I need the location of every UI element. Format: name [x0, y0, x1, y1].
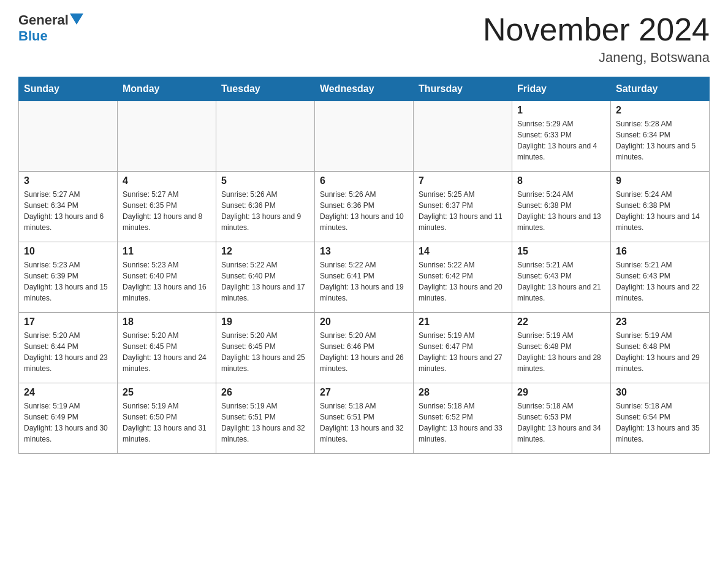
- day-number: 21: [419, 316, 507, 327]
- daylight-text: Daylight: 13 hours and 16 minutes.: [123, 282, 211, 304]
- day-info: Sunrise: 5:18 AMSunset: 6:52 PMDaylight:…: [419, 400, 507, 445]
- day-number: 30: [616, 387, 704, 398]
- sunset-text: Sunset: 6:37 PM: [419, 200, 507, 211]
- day-number: 1: [517, 105, 605, 116]
- sunset-text: Sunset: 6:40 PM: [123, 270, 211, 282]
- day-number: 20: [320, 316, 408, 327]
- table-row: 22Sunrise: 5:19 AMSunset: 6:48 PMDayligh…: [512, 313, 611, 383]
- sunset-text: Sunset: 6:45 PM: [221, 341, 309, 352]
- sunrise-text: Sunrise: 5:24 AM: [616, 189, 704, 200]
- calendar-subtitle: Janeng, Botswana: [483, 50, 710, 66]
- col-monday: Monday: [118, 77, 216, 101]
- day-number: 15: [517, 246, 605, 257]
- day-number: 16: [616, 246, 704, 257]
- sunrise-text: Sunrise: 5:20 AM: [221, 330, 309, 341]
- sunset-text: Sunset: 6:39 PM: [24, 270, 112, 282]
- day-info: Sunrise: 5:26 AMSunset: 6:36 PMDaylight:…: [221, 189, 309, 233]
- sunrise-text: Sunrise: 5:25 AM: [419, 189, 507, 200]
- sunset-text: Sunset: 6:48 PM: [616, 341, 704, 352]
- sunrise-text: Sunrise: 5:18 AM: [616, 400, 704, 412]
- daylight-text: Daylight: 13 hours and 35 minutes.: [616, 423, 704, 445]
- day-info: Sunrise: 5:18 AMSunset: 6:53 PMDaylight:…: [517, 400, 605, 445]
- day-info: Sunrise: 5:18 AMSunset: 6:54 PMDaylight:…: [616, 400, 704, 445]
- logo-blue-text: Blue: [18, 28, 48, 44]
- daylight-text: Daylight: 13 hours and 13 minutes.: [517, 211, 605, 233]
- day-info: Sunrise: 5:19 AMSunset: 6:51 PMDaylight:…: [221, 400, 309, 445]
- daylight-text: Daylight: 13 hours and 26 minutes.: [320, 352, 408, 374]
- calendar-body: 1Sunrise: 5:29 AMSunset: 6:33 PMDaylight…: [19, 101, 710, 454]
- sunrise-text: Sunrise: 5:23 AM: [123, 259, 211, 270]
- day-info: Sunrise: 5:29 AMSunset: 6:33 PMDaylight:…: [517, 118, 605, 163]
- sunset-text: Sunset: 6:41 PM: [320, 270, 408, 282]
- day-info: Sunrise: 5:19 AMSunset: 6:48 PMDaylight:…: [616, 330, 704, 374]
- day-info: Sunrise: 5:18 AMSunset: 6:51 PMDaylight:…: [320, 400, 408, 445]
- calendar-week-row: 3Sunrise: 5:27 AMSunset: 6:34 PMDaylight…: [19, 172, 710, 242]
- sunset-text: Sunset: 6:47 PM: [419, 341, 507, 352]
- sunset-text: Sunset: 6:44 PM: [24, 341, 112, 352]
- table-row: 29Sunrise: 5:18 AMSunset: 6:53 PMDayligh…: [512, 383, 611, 454]
- day-number: 10: [24, 246, 112, 257]
- sunset-text: Sunset: 6:49 PM: [24, 412, 112, 423]
- page-header: General Blue November 2024 Janeng, Botsw…: [18, 12, 710, 66]
- table-row: 8Sunrise: 5:24 AMSunset: 6:38 PMDaylight…: [512, 172, 611, 242]
- table-row: 27Sunrise: 5:18 AMSunset: 6:51 PMDayligh…: [315, 383, 414, 454]
- day-info: Sunrise: 5:24 AMSunset: 6:38 PMDaylight:…: [616, 189, 704, 233]
- calendar-week-row: 10Sunrise: 5:23 AMSunset: 6:39 PMDayligh…: [19, 242, 710, 313]
- day-info: Sunrise: 5:22 AMSunset: 6:40 PMDaylight:…: [221, 259, 309, 304]
- table-row: 5Sunrise: 5:26 AMSunset: 6:36 PMDaylight…: [216, 172, 315, 242]
- sunset-text: Sunset: 6:50 PM: [123, 412, 211, 423]
- sunrise-text: Sunrise: 5:23 AM: [24, 259, 112, 270]
- sunrise-text: Sunrise: 5:19 AM: [517, 330, 605, 341]
- sunrise-text: Sunrise: 5:21 AM: [517, 259, 605, 270]
- table-row: 20Sunrise: 5:20 AMSunset: 6:46 PMDayligh…: [315, 313, 414, 383]
- title-section: November 2024 Janeng, Botswana: [483, 12, 710, 66]
- table-row: 2Sunrise: 5:28 AMSunset: 6:34 PMDaylight…: [611, 101, 710, 172]
- day-info: Sunrise: 5:21 AMSunset: 6:43 PMDaylight:…: [517, 259, 605, 304]
- table-row: 10Sunrise: 5:23 AMSunset: 6:39 PMDayligh…: [19, 242, 118, 313]
- daylight-text: Daylight: 13 hours and 19 minutes.: [320, 282, 408, 304]
- day-info: Sunrise: 5:24 AMSunset: 6:38 PMDaylight:…: [517, 189, 605, 233]
- daylight-text: Daylight: 13 hours and 29 minutes.: [616, 352, 704, 374]
- col-friday: Friday: [512, 77, 611, 101]
- sunset-text: Sunset: 6:38 PM: [616, 200, 704, 211]
- day-number: 19: [221, 316, 309, 327]
- day-info: Sunrise: 5:19 AMSunset: 6:48 PMDaylight:…: [517, 330, 605, 374]
- day-number: 2: [616, 105, 704, 116]
- sunrise-text: Sunrise: 5:19 AM: [24, 400, 112, 412]
- table-row: 4Sunrise: 5:27 AMSunset: 6:35 PMDaylight…: [118, 172, 216, 242]
- sunset-text: Sunset: 6:36 PM: [221, 200, 309, 211]
- sunset-text: Sunset: 6:51 PM: [221, 412, 309, 423]
- sunset-text: Sunset: 6:54 PM: [616, 412, 704, 423]
- day-info: Sunrise: 5:20 AMSunset: 6:46 PMDaylight:…: [320, 330, 408, 374]
- daylight-text: Daylight: 13 hours and 10 minutes.: [320, 211, 408, 233]
- daylight-text: Daylight: 13 hours and 30 minutes.: [24, 423, 112, 445]
- day-number: 22: [517, 316, 605, 327]
- sunrise-text: Sunrise: 5:18 AM: [320, 400, 408, 412]
- table-row: [19, 101, 118, 172]
- table-row: 30Sunrise: 5:18 AMSunset: 6:54 PMDayligh…: [611, 383, 710, 454]
- day-info: Sunrise: 5:19 AMSunset: 6:47 PMDaylight:…: [419, 330, 507, 374]
- daylight-text: Daylight: 13 hours and 6 minutes.: [24, 211, 112, 233]
- table-row: 7Sunrise: 5:25 AMSunset: 6:37 PMDaylight…: [414, 172, 512, 242]
- logo: General Blue: [18, 12, 83, 44]
- day-number: 17: [24, 316, 112, 327]
- day-info: Sunrise: 5:25 AMSunset: 6:37 PMDaylight:…: [419, 189, 507, 233]
- sunset-text: Sunset: 6:42 PM: [419, 270, 507, 282]
- day-info: Sunrise: 5:19 AMSunset: 6:49 PMDaylight:…: [24, 400, 112, 445]
- sunrise-text: Sunrise: 5:20 AM: [24, 330, 112, 341]
- table-row: 26Sunrise: 5:19 AMSunset: 6:51 PMDayligh…: [216, 383, 315, 454]
- svg-marker-0: [70, 13, 83, 25]
- day-number: 29: [517, 387, 605, 398]
- sunrise-text: Sunrise: 5:18 AM: [419, 400, 507, 412]
- logo-triangle-icon: [70, 13, 83, 26]
- sunrise-text: Sunrise: 5:19 AM: [419, 330, 507, 341]
- daylight-text: Daylight: 13 hours and 5 minutes.: [616, 140, 704, 163]
- day-number: 3: [24, 175, 112, 186]
- sunset-text: Sunset: 6:35 PM: [123, 200, 211, 211]
- sunrise-text: Sunrise: 5:20 AM: [320, 330, 408, 341]
- daylight-text: Daylight: 13 hours and 4 minutes.: [517, 140, 605, 163]
- calendar-week-row: 24Sunrise: 5:19 AMSunset: 6:49 PMDayligh…: [19, 383, 710, 454]
- daylight-text: Daylight: 13 hours and 25 minutes.: [221, 352, 309, 374]
- table-row: 16Sunrise: 5:21 AMSunset: 6:43 PMDayligh…: [611, 242, 710, 313]
- table-row: [216, 101, 315, 172]
